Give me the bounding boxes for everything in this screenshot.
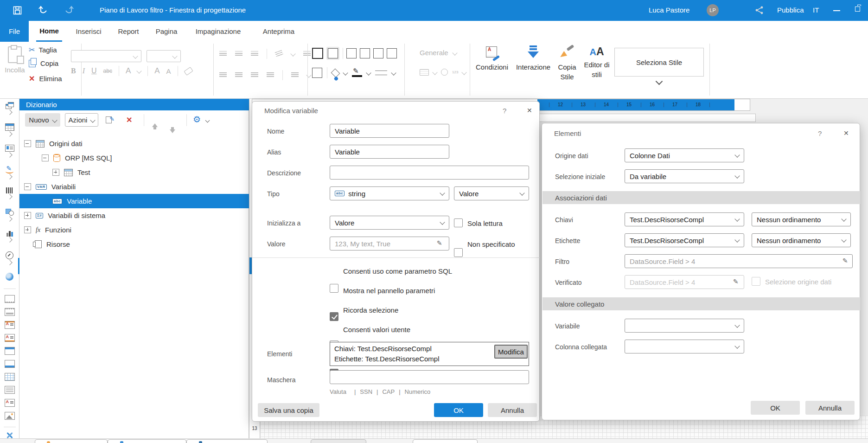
mask-link-cap[interactable]: CAP [382,388,395,395]
mask-input[interactable] [330,370,529,384]
align-justify-icon[interactable] [267,72,274,78]
tool-shapes[interactable] [0,209,19,221]
sql-parameter-checkbox[interactable] [330,284,338,293]
tab-home[interactable]: Home [36,21,62,42]
style-editor-button[interactable]: AA Editor di stili [581,45,613,79]
checked-input[interactable] [625,275,744,289]
border-right-button[interactable] [387,48,397,58]
cancel-button[interactable]: Annulla [805,401,855,415]
text-rotation-icon[interactable] [274,50,283,58]
delete-button[interactable]: ✕ Elimina [29,74,62,83]
tool-header-band[interactable] [0,347,19,355]
style-gallery-expand-icon[interactable] [656,78,663,85]
tool-footer-band[interactable] [0,360,19,368]
tool-table[interactable] [0,123,19,136]
mask-link-valuta[interactable]: Valuta [330,388,346,395]
align-left-icon[interactable] [219,72,227,78]
expand-icon[interactable] [24,226,31,233]
border-selected-button[interactable] [326,47,339,60]
close-button[interactable]: ✕ [527,107,532,114]
currency-format-icon[interactable] [420,69,429,76]
datetime-format-icon[interactable] [441,69,448,76]
expand-icon[interactable] [24,212,31,219]
type-select[interactable]: abc string [330,186,449,200]
tool-text[interactable] [0,386,19,394]
mask-link-numerico[interactable]: Numerico [405,388,431,395]
labels-sort-select[interactable]: Nessun ordinamento [752,233,851,247]
font-color-button[interactable]: A [126,66,131,76]
save-copy-button[interactable]: Salva una copia [258,403,319,417]
tool-barcode[interactable] [0,187,19,199]
text-format-select[interactable]: Generale [420,49,457,57]
tree-item-funzioni[interactable]: fx Funzioni [24,223,71,237]
user-name[interactable]: Luca Pastore [649,6,689,14]
grow-font-button[interactable]: A [154,66,160,76]
cut-button[interactable]: ✂ Taglia [29,45,57,54]
expand-icon[interactable] [52,169,59,176]
move-up-icon[interactable] [152,123,158,127]
fill-color-icon[interactable] [331,68,340,77]
tool-data-band[interactable] [0,373,19,381]
language-selector[interactable]: IT [813,6,819,14]
minimize-icon[interactable] [833,10,840,11]
line-spacing-icon[interactable] [291,72,299,78]
filter-input[interactable] [625,254,853,268]
italic-button[interactable]: I [83,67,85,75]
keys-sort-select[interactable]: Nessun ordinamento [752,212,851,226]
restore-window-icon[interactable] [855,6,860,12]
collapse-icon[interactable] [24,183,31,190]
tree-item-risorse[interactable]: Risorse [35,237,70,251]
edit-items-button[interactable]: Modifica [494,345,528,359]
tree-item-variabili-di-sistema[interactable]: Σ# Variabili di sistema [24,208,105,223]
tool-page-header-band[interactable] [0,321,19,329]
datasource-selection-checkbox[interactable] [752,277,760,286]
redo-icon[interactable] [64,5,74,15]
labels-select[interactable]: Test.DescRisorseCompl [625,233,744,247]
tool-image[interactable] [0,412,19,420]
align-middle-icon[interactable] [235,51,243,57]
tree-item-variable-selected[interactable]: abc Variable [19,194,282,208]
variable-select[interactable] [625,319,744,333]
tool-map[interactable] [0,273,19,281]
align-center-icon[interactable] [235,72,243,78]
description-input[interactable] [330,166,529,180]
tab-pagina[interactable]: Pagina [152,21,181,42]
word-wrap-icon[interactable] [303,51,311,57]
font-family-select[interactable] [71,50,141,62]
alias-input[interactable] [330,145,449,159]
edit-item-icon[interactable] [106,116,113,123]
bottom-tab-1[interactable] [35,439,108,443]
bottom-tab-4[interactable] [311,439,366,443]
border-left-button[interactable] [360,48,370,58]
value-input[interactable] [330,237,449,250]
paste-button[interactable]: Incolla [5,46,25,82]
conditions-button[interactable]: A Condizioni [472,45,512,71]
collapse-icon[interactable] [24,140,31,147]
save-icon[interactable] [13,6,22,15]
tool-rich-text[interactable] [0,399,19,407]
tab-file[interactable]: File [0,21,29,42]
ok-button[interactable]: OK [434,403,483,417]
undo-icon[interactable] [38,5,48,15]
border-style-icon[interactable] [375,71,387,75]
collapse-icon[interactable] [42,154,49,161]
readonly-checkbox[interactable] [454,218,463,227]
border-top-button[interactable] [373,48,383,58]
tab-anteprima[interactable]: Anteprima [260,21,298,42]
linked-column-select[interactable] [625,340,744,353]
show-in-parameters-panel-checkbox[interactable] [330,312,338,321]
type-kind-select[interactable]: Valore [454,186,529,200]
border-bottom-button[interactable] [312,68,322,78]
copy-style-button[interactable]: Copia Stile [554,45,581,82]
number-format-icon[interactable]: 123 [452,70,458,74]
shrink-font-button[interactable]: A [166,67,171,75]
bottom-tab-2[interactable] [108,439,186,443]
tree-item-test[interactable]: Test [52,165,90,180]
tool-component[interactable] [0,102,19,114]
underline-button[interactable]: U [91,67,97,75]
align-top-icon[interactable] [219,51,227,57]
mask-link-ssn[interactable]: SSN [360,388,372,395]
tree-item-variabili[interactable]: VAR Variabili [24,180,76,194]
datasource-select[interactable]: Colonne Dati [625,148,744,162]
border-color-icon[interactable] [352,69,362,77]
